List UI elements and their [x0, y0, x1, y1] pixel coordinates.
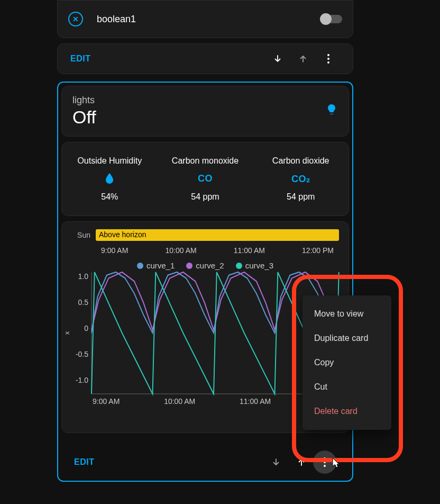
cursor-pointer-icon: [329, 457, 341, 474]
y-axis-ticks: 1.0 0.5 0 -0.5 -1.0: [71, 272, 88, 384]
move-down-icon[interactable]: [264, 451, 288, 474]
card-edit-bar-top: EDIT: [57, 43, 353, 74]
y-tick: 1.0: [71, 272, 88, 281]
y-tick: 0: [71, 324, 88, 332]
legend-label: curve_2: [196, 261, 224, 270]
chart-legend: curve_1 curve_2 curve_3: [71, 261, 339, 270]
chart-svg: [91, 272, 336, 394]
molecule-co2-icon: CO₂: [253, 173, 349, 185]
y-tick: 0.5: [71, 298, 88, 307]
time-tick: 11:00 AM: [240, 397, 271, 406]
sun-state-bar[interactable]: Above horizon: [96, 229, 339, 241]
input-boolean-card[interactable]: ✕ boolean1: [57, 0, 353, 38]
time-tick: 9:00 AM: [93, 397, 120, 406]
menu-delete-card[interactable]: Delete card: [302, 399, 391, 424]
glance-title: Carbon dioxide: [253, 156, 349, 166]
y-tick: -0.5: [71, 350, 88, 358]
glance-title: Outside Humidity: [62, 156, 158, 166]
sun-timeline-row: Sun Above horizon: [71, 229, 339, 241]
legend-item[interactable]: curve_3: [236, 261, 273, 270]
time-tick: 10:00 AM: [164, 397, 195, 406]
lights-title: lights: [72, 95, 96, 106]
more-icon[interactable]: [317, 47, 340, 70]
toggle-switch[interactable]: [321, 15, 342, 23]
glance-value: 54%: [62, 192, 158, 202]
move-down-icon[interactable]: [266, 47, 289, 70]
legend-dot: [137, 263, 143, 269]
legend-item[interactable]: curve_1: [137, 261, 175, 270]
glance-card: Outside Humidity 54% Carbon monoxide CO …: [61, 142, 349, 216]
time-tick: 12:00 PM: [302, 246, 334, 255]
sun-label: Sun: [71, 231, 96, 239]
legend-dot: [236, 263, 242, 269]
time-tick: 9:00 AM: [101, 246, 128, 255]
time-axis-bottom: 9:00 AM 10:00 AM 11:00 AM 12:00: [93, 394, 334, 409]
move-up-icon[interactable]: [290, 451, 313, 474]
menu-move-to-view[interactable]: Move to view: [302, 302, 391, 326]
glance-co[interactable]: Carbon monoxide CO 54 ppm: [158, 156, 253, 202]
card-context-menu: Move to view Duplicate card Copy Cut Del…: [302, 295, 391, 430]
humidity-icon: [62, 173, 158, 185]
glance-co2[interactable]: Carbon dioxide CO₂ 54 ppm: [253, 156, 349, 202]
time-tick: 11:00 AM: [234, 246, 265, 255]
legend-dot: [186, 263, 192, 269]
card-edit-bar-bottom: EDIT: [61, 447, 349, 478]
legend-item[interactable]: curve_2: [186, 261, 224, 270]
molecule-co-icon: CO: [158, 173, 253, 185]
menu-cut[interactable]: Cut: [302, 375, 391, 399]
move-up-icon[interactable]: [291, 47, 315, 70]
glance-value: 54 ppm: [253, 192, 349, 202]
menu-copy[interactable]: Copy: [302, 350, 391, 375]
legend-label: curve_1: [146, 261, 175, 270]
menu-duplicate-card[interactable]: Duplicate card: [302, 326, 391, 350]
legend-label: curve_3: [245, 261, 273, 270]
lights-state: Off: [72, 107, 96, 128]
y-axis-label: x: [63, 331, 71, 335]
time-tick: 10:00 AM: [166, 246, 197, 255]
more-icon: [324, 457, 326, 467]
glance-value: 54 ppm: [158, 192, 253, 202]
edit-button[interactable]: EDIT: [70, 54, 264, 64]
glance-title: Carbon monoxide: [158, 156, 253, 166]
y-tick: -1.0: [71, 376, 88, 384]
input-boolean-name: boolean1: [97, 14, 321, 25]
lights-card[interactable]: lights Off: [61, 86, 349, 137]
sun-state-text: Above horizon: [96, 229, 150, 240]
time-axis-top: 9:00 AM 10:00 AM 11:00 AM 12:00 PM: [101, 243, 334, 258]
chart-plot-area: x 1.0 0.5 0 -0.5 -1.0: [91, 272, 336, 394]
edit-button[interactable]: EDIT: [74, 457, 262, 467]
cancel-icon[interactable]: ✕: [68, 12, 83, 26]
glance-humidity[interactable]: Outside Humidity 54%: [62, 156, 158, 202]
lightbulb-group-icon: [325, 103, 338, 119]
